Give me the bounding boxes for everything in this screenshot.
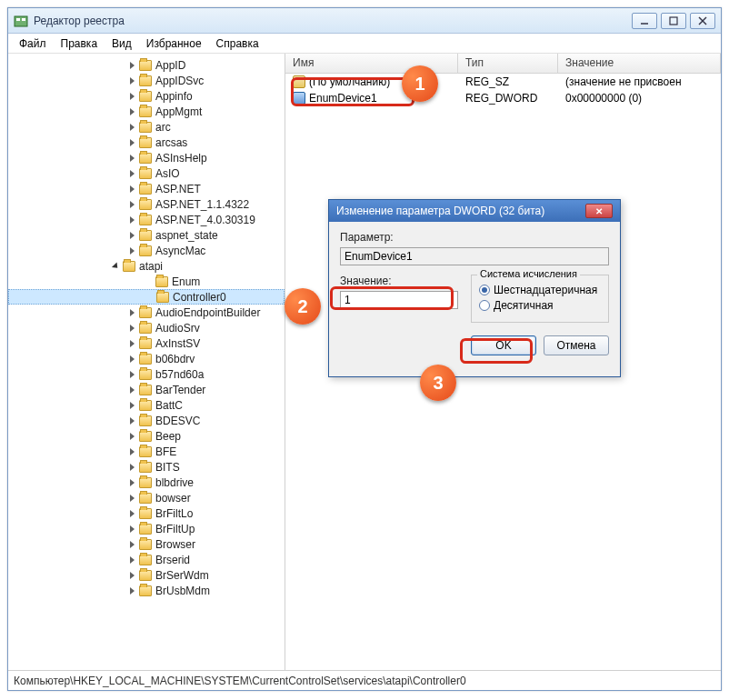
tree-item[interactable]: ASP.NET_4.0.30319 <box>8 212 285 227</box>
radio-dec[interactable]: Десятичная <box>479 299 601 312</box>
tree-item[interactable]: AudioSrv <box>8 320 285 335</box>
tree-item[interactable]: AsIO <box>8 165 285 181</box>
folder-icon <box>139 168 152 179</box>
tree-item[interactable]: ASP.NET <box>8 181 285 196</box>
expander-icon[interactable] <box>126 323 137 334</box>
tree-item[interactable]: b06bdrv <box>8 351 285 366</box>
row-name: (По умолчанию) <box>309 75 390 88</box>
expander-icon[interactable] <box>126 539 137 550</box>
list-row[interactable]: (По умолчанию)REG_SZ(значение не присвое… <box>285 74 721 90</box>
tree-item[interactable]: Enum <box>8 274 285 289</box>
tree-item[interactable]: BITS <box>8 459 285 475</box>
expander-icon[interactable] <box>126 477 137 488</box>
tree-item[interactable]: BrFiltLo <box>8 505 285 521</box>
expander-icon[interactable] <box>126 570 137 581</box>
tree-item[interactable]: BrUsbMdm <box>8 583 285 598</box>
tree-item[interactable]: AxInstSV <box>8 335 285 351</box>
expander-icon[interactable] <box>126 184 137 195</box>
expander-icon[interactable] <box>126 245 137 256</box>
tree-item[interactable]: arc <box>8 119 285 135</box>
folder-icon <box>139 446 152 457</box>
expander-icon[interactable] <box>126 215 137 225</box>
column-value[interactable]: Значение <box>558 54 721 73</box>
expander-icon[interactable] <box>126 369 137 380</box>
expander-icon[interactable] <box>126 508 137 519</box>
tree-label: AxInstSV <box>155 337 200 350</box>
tree-item[interactable]: BrFiltUp <box>8 521 285 536</box>
expander-icon[interactable] <box>126 446 137 457</box>
expander-icon[interactable] <box>126 338 137 349</box>
menu-edit[interactable]: Правка <box>54 35 105 52</box>
row-type: REG_DWORD <box>458 92 558 105</box>
tree-item[interactable]: ASInsHelp <box>8 150 285 165</box>
tree-item[interactable]: BattC <box>8 397 285 413</box>
tree-item[interactable]: AsyncMac <box>8 243 285 258</box>
expander-icon[interactable] <box>126 493 137 504</box>
expander-icon[interactable] <box>126 585 137 596</box>
column-type[interactable]: Тип <box>458 54 558 73</box>
radio-hex-label: Шестнадцатеричная <box>494 284 597 296</box>
expander-icon[interactable] <box>126 122 137 133</box>
tree-item[interactable]: blbdrive <box>8 475 285 490</box>
tree-item[interactable]: ASP.NET_1.1.4322 <box>8 196 285 212</box>
expander-icon[interactable] <box>126 153 137 164</box>
menu-file[interactable]: Файл <box>12 35 54 52</box>
tree-scroll[interactable]: AppIDAppIDSvcAppinfoAppMgmtarcarcsasASIn… <box>8 54 285 670</box>
radio-hex-dot <box>479 285 490 295</box>
tree-item[interactable]: Browser <box>8 536 285 552</box>
tree-item[interactable]: AudioEndpointBuilder <box>8 305 285 320</box>
tree-item[interactable]: atapi <box>8 258 285 274</box>
dialog-close-button[interactable]: ✕ <box>585 204 613 218</box>
expander-icon[interactable] <box>126 415 137 426</box>
menu-favorites[interactable]: Избранное <box>139 35 209 52</box>
expander-icon[interactable] <box>126 168 137 179</box>
ok-button[interactable]: OK <box>471 335 536 355</box>
titlebar: Редактор реестра <box>8 8 721 34</box>
tree-item[interactable]: Appinfo <box>8 88 285 104</box>
tree-item[interactable]: arcsas <box>8 135 285 150</box>
expander-icon[interactable] <box>110 261 121 272</box>
expander-icon[interactable] <box>126 307 137 318</box>
expander-icon[interactable] <box>126 354 137 365</box>
close-button[interactable] <box>690 13 715 29</box>
expander-icon[interactable] <box>126 75 137 86</box>
menu-view[interactable]: Вид <box>105 35 139 52</box>
tree-item[interactable]: AppMgmt <box>8 104 285 119</box>
expander-icon[interactable] <box>126 385 137 395</box>
tree-item[interactable]: bowser <box>8 490 285 505</box>
annotation-marker-1: 1 <box>402 65 438 102</box>
tree-item[interactable]: b57nd60a <box>8 366 285 382</box>
expander-icon[interactable] <box>126 462 137 473</box>
tree-item[interactable]: aspnet_state <box>8 227 285 243</box>
minimize-button[interactable] <box>632 13 657 29</box>
expander-icon[interactable] <box>126 60 137 71</box>
folder-icon <box>139 477 152 488</box>
list-row[interactable]: EnumDevice1REG_DWORD0x00000000 (0) <box>285 90 721 106</box>
expander-icon[interactable] <box>126 431 137 442</box>
tree-item[interactable]: Brserid <box>8 552 285 567</box>
tree-item[interactable]: BrSerWdm <box>8 567 285 583</box>
expander-icon[interactable] <box>126 400 137 411</box>
expander-icon[interactable] <box>126 524 137 535</box>
value-field[interactable] <box>340 291 458 309</box>
tree-item[interactable]: BarTender <box>8 382 285 397</box>
expander-icon[interactable] <box>126 137 137 148</box>
tree-item[interactable]: BDESVC <box>8 413 285 428</box>
expander-icon[interactable] <box>126 106 137 117</box>
tree-item[interactable]: Beep <box>8 428 285 444</box>
tree-label: AppIDSvc <box>155 75 204 87</box>
tree-item[interactable]: AppIDSvc <box>8 73 285 88</box>
menu-help[interactable]: Справка <box>209 35 266 52</box>
maximize-button[interactable] <box>661 13 686 29</box>
expander-icon[interactable] <box>126 91 137 102</box>
radio-hex[interactable]: Шестнадцатеричная <box>479 284 601 296</box>
folder-icon <box>139 75 152 86</box>
cancel-button[interactable]: Отмена <box>544 335 609 355</box>
expander-icon[interactable] <box>126 555 137 565</box>
expander-icon[interactable] <box>126 230 137 241</box>
dialog-body: Параметр: Значение: Система исчисления Ш… <box>329 222 620 365</box>
expander-icon[interactable] <box>126 199 137 210</box>
tree-item[interactable]: BFE <box>8 444 285 459</box>
tree-item[interactable]: Controller0 <box>8 289 285 305</box>
tree-item[interactable]: AppID <box>8 57 285 73</box>
